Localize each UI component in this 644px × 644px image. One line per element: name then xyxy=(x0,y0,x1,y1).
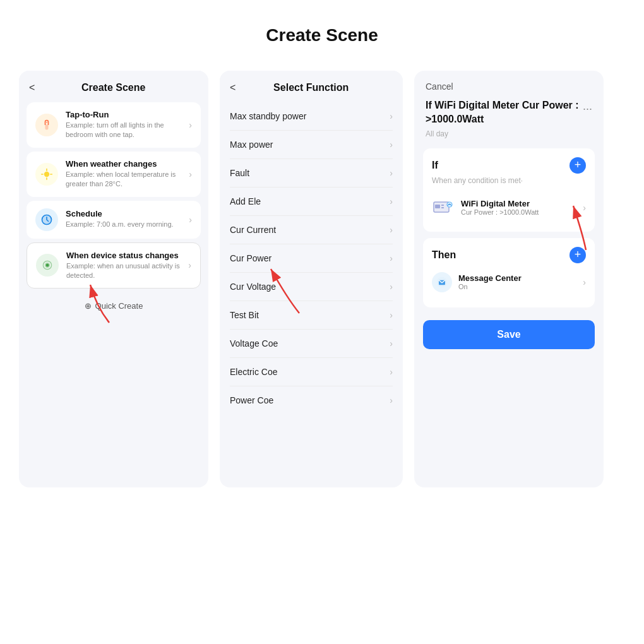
func-label-cur-power: Cur Power xyxy=(230,253,271,263)
schedule-title: Schedule xyxy=(66,209,181,218)
func-label-max-power: Max power xyxy=(230,140,273,150)
all-day-label: All day xyxy=(426,129,592,138)
func-label-voltage-coe: Voltage Coe xyxy=(230,338,278,349)
func-item-test-bit[interactable]: Test Bit › xyxy=(230,301,393,330)
func-item-add-ele[interactable]: Add Ele › xyxy=(230,188,393,216)
scene-items-list: Tap-to-Run Example: turn off all lights … xyxy=(19,102,208,289)
device-status-icon xyxy=(36,254,59,277)
func-item-fault[interactable]: Fault › xyxy=(230,159,393,188)
schedule-chevron: › xyxy=(189,215,192,225)
message-center-name: Message Center xyxy=(458,273,576,283)
message-center-icon xyxy=(432,272,452,292)
func-chevron-10: › xyxy=(390,395,393,405)
func-chevron-6: › xyxy=(390,282,393,292)
func-chevron-8: › xyxy=(390,338,393,349)
tap-to-run-icon xyxy=(35,114,58,136)
func-label-electric-coe: Electric Coe xyxy=(230,367,277,377)
svg-point-9 xyxy=(46,264,49,267)
device-status-text: When device status changes Example: when… xyxy=(66,251,181,281)
panel2-header: < Select Function xyxy=(220,71,403,102)
weather-text: When weather changes Example: when local… xyxy=(66,159,181,189)
tap-to-run-title: Tap-to-Run xyxy=(66,110,181,119)
func-item-cur-power[interactable]: Cur Power › xyxy=(230,244,393,273)
scene-item-schedule[interactable]: Schedule Example: 7:00 a.m. every mornin… xyxy=(27,201,201,239)
scene-item-weather[interactable]: When weather changes Example: when local… xyxy=(27,152,201,197)
svg-point-1 xyxy=(44,172,49,177)
if-sub: When any condition is met· xyxy=(432,176,586,185)
arrow-2 xyxy=(261,266,306,316)
save-button[interactable]: Save xyxy=(423,320,595,349)
arrow-1 xyxy=(78,282,116,326)
more-options-button[interactable]: ··· xyxy=(583,102,592,116)
scene-item-device-status[interactable]: When device status changes Example: when… xyxy=(27,242,201,289)
message-center-detail: On xyxy=(458,283,576,290)
func-chevron-7: › xyxy=(390,310,393,320)
func-list: Max standby power › Max power › Fault › … xyxy=(220,102,403,414)
device-status-desc: Example: when an unusual activity is det… xyxy=(66,261,181,281)
func-chevron-2: › xyxy=(390,168,393,178)
tap-to-run-chevron: › xyxy=(189,120,192,130)
if-label: If xyxy=(432,160,438,171)
panel1-header: < Create Scene xyxy=(19,71,208,102)
func-label-cur-current: Cur Current xyxy=(230,225,276,235)
func-chevron-5: › xyxy=(390,253,393,263)
cancel-button[interactable]: Cancel xyxy=(426,81,453,92)
add-condition-button[interactable]: + xyxy=(569,157,586,174)
func-chevron-3: › xyxy=(390,196,393,206)
weather-chevron: › xyxy=(189,169,192,179)
message-center-chevron: › xyxy=(583,277,586,287)
func-item-cur-current[interactable]: Cur Current › xyxy=(230,216,393,244)
panel3-header: Cancel If WiFi Digital Meter Cur Power :… xyxy=(414,71,604,142)
panel-create-scene: < Create Scene Tap-to-Run Example: turn … xyxy=(19,71,208,487)
func-chevron-4: › xyxy=(390,225,393,235)
func-item-power-coe[interactable]: Power Coe › xyxy=(230,386,393,414)
tap-to-run-text: Tap-to-Run Example: turn off all lights … xyxy=(66,110,181,140)
schedule-desc: Example: 7:00 a.m. every morning. xyxy=(66,220,181,229)
device-status-title: When device status changes xyxy=(66,251,181,260)
condition-title: If WiFi Digital Meter Cur Power : >1000.… xyxy=(426,98,592,127)
if-section-header: If + xyxy=(432,157,586,174)
panel2-title: Select Function xyxy=(242,82,380,93)
func-chevron-0: › xyxy=(390,111,393,121)
panel-select-function: < Select Function Max standby power › Ma… xyxy=(220,71,403,487)
back-button-2[interactable]: < xyxy=(230,82,236,93)
func-chevron-9: › xyxy=(390,367,393,377)
func-item-voltage-coe[interactable]: Voltage Coe › xyxy=(230,330,393,358)
func-label-test-bit: Test Bit xyxy=(230,310,259,320)
weather-icon xyxy=(35,163,58,186)
func-item-cur-voltage[interactable]: Cur Voltage › xyxy=(230,273,393,301)
then-section-header: Then + xyxy=(432,247,586,263)
tap-to-run-desc: Example: turn off all lights in the bedr… xyxy=(66,121,181,140)
then-section: Then + xyxy=(423,238,595,307)
svg-rect-15 xyxy=(441,205,444,206)
panels-wrapper: < Create Scene Tap-to-Run Example: turn … xyxy=(0,71,644,487)
wifi-meter-icon xyxy=(432,199,455,217)
func-item-max-power[interactable]: Max power › xyxy=(230,131,393,159)
back-button-1[interactable]: < xyxy=(29,82,35,93)
page-title: Create Scene xyxy=(266,25,378,45)
svg-point-0 xyxy=(46,122,47,123)
func-label-power-coe: Power Coe xyxy=(230,395,273,405)
weather-desc: Example: when local temperature is great… xyxy=(66,170,181,189)
schedule-icon xyxy=(35,208,58,231)
func-item-electric-coe[interactable]: Electric Coe › xyxy=(230,358,393,386)
weather-title: When weather changes xyxy=(66,159,181,169)
svg-rect-14 xyxy=(435,205,440,208)
scene-item-tap-to-run[interactable]: Tap-to-Run Example: turn off all lights … xyxy=(27,102,201,148)
add-action-button[interactable]: + xyxy=(569,247,586,263)
svg-rect-16 xyxy=(441,207,444,208)
message-center-text: Message Center On xyxy=(458,273,576,290)
func-label-fault: Fault xyxy=(230,168,249,178)
panel1-title: Create Scene xyxy=(41,82,186,93)
func-label-add-ele: Add Ele xyxy=(230,196,261,206)
action-message-center[interactable]: Message Center On › xyxy=(432,266,586,299)
panel-scene-builder: Cancel If WiFi Digital Meter Cur Power :… xyxy=(414,71,604,487)
then-label: Then xyxy=(432,249,456,261)
device-status-chevron: › xyxy=(188,260,191,270)
func-item-max-standby-power[interactable]: Max standby power › xyxy=(230,102,393,131)
func-chevron-1: › xyxy=(390,140,393,150)
schedule-text: Schedule Example: 7:00 a.m. every mornin… xyxy=(66,209,181,229)
func-label-max-standby-power: Max standby power xyxy=(230,111,306,121)
arrow-3 xyxy=(551,203,589,253)
